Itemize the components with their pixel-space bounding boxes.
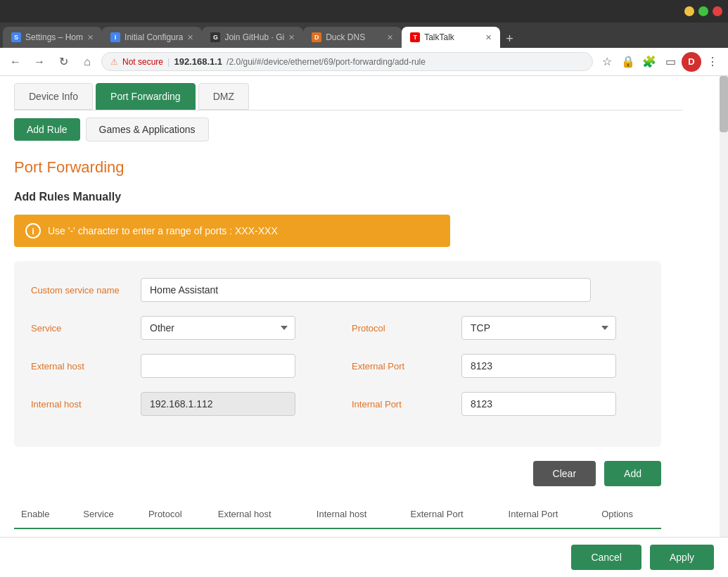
- protocol-field: Protocol TCP UDP Both: [352, 316, 644, 340]
- internal-host-field: Internal host: [31, 392, 324, 416]
- forward-button[interactable]: →: [30, 52, 49, 72]
- tab-device-info[interactable]: Device Info: [14, 83, 93, 110]
- form-action-buttons: Clear Add: [14, 461, 661, 486]
- internal-port-input[interactable]: [461, 392, 616, 416]
- internal-host-input[interactable]: [141, 392, 295, 416]
- desktop-icon[interactable]: ▭: [660, 52, 680, 72]
- toolbar-icons: ☆ 🔒 🧩 ▭ D ⋮: [597, 52, 722, 72]
- internal-host-label: Internal host: [31, 399, 129, 410]
- col-external-port: External Port: [404, 500, 502, 528]
- browser-tabs-bar: S Settings – Hom ✕ I Initial Configura ✕…: [0, 23, 728, 48]
- table-header-row: Enable Service Protocol External host In…: [14, 500, 661, 528]
- info-icon: i: [25, 223, 41, 239]
- external-host-input[interactable]: [141, 354, 295, 378]
- tab-favicon-config: I: [110, 32, 120, 42]
- tab-label-settings: Settings – Hom: [25, 32, 83, 42]
- custom-service-name-row: Custom service name: [31, 278, 644, 302]
- external-port-field: External Port: [352, 354, 644, 378]
- browser-tab-settings[interactable]: S Settings – Hom ✕: [3, 27, 102, 48]
- col-internal-host: Internal host: [309, 500, 404, 528]
- bookmark-icon[interactable]: ☆: [597, 52, 617, 72]
- external-row: External host External Port: [31, 354, 644, 378]
- tab-close-github[interactable]: ✕: [288, 33, 295, 42]
- add-button[interactable]: Add: [604, 461, 661, 486]
- tab-close-duckdns[interactable]: ✕: [387, 33, 393, 42]
- info-banner: i Use '-' character to enter a range of …: [14, 215, 450, 247]
- external-port-input[interactable]: [461, 354, 616, 378]
- form-card: Custom service name Service Other HTTP H…: [14, 261, 661, 447]
- internal-row: Internal host Internal Port: [31, 392, 644, 416]
- security-icon[interactable]: 🔒: [618, 52, 638, 72]
- add-rule-button[interactable]: Add Rule: [14, 118, 80, 141]
- bottom-bar: Cancel Apply: [0, 537, 728, 577]
- tab-label-config: Initial Configura: [124, 32, 183, 42]
- browser-tab-talktalk[interactable]: T TalkTalk ✕: [402, 27, 500, 48]
- apply-button[interactable]: Apply: [650, 545, 714, 570]
- reload-button[interactable]: ↻: [53, 52, 73, 72]
- browser-tab-duckdns[interactable]: D Duck DNS ✕: [303, 27, 402, 48]
- section-title: Add Rules Manually: [14, 191, 682, 203]
- external-host-label: External host: [31, 361, 129, 372]
- menu-icon[interactable]: ⋮: [703, 52, 722, 72]
- extension-icon[interactable]: 🧩: [639, 52, 659, 72]
- col-options: Options: [594, 500, 661, 528]
- tab-favicon-settings: S: [11, 32, 21, 42]
- service-label: Service: [31, 323, 129, 334]
- scrollbar-track[interactable]: [720, 76, 728, 577]
- internal-port-label: Internal Port: [352, 399, 450, 410]
- not-secure-label: Not secure: [122, 57, 163, 67]
- custom-service-name-label: Custom service name: [31, 285, 129, 296]
- col-service: Service: [76, 500, 141, 528]
- url-path: /2.0/gui/#/device/ethernet/69/port-forwa…: [226, 57, 426, 67]
- tab-close-settings[interactable]: ✕: [87, 33, 94, 42]
- external-host-field: External host: [31, 354, 324, 378]
- col-protocol: Protocol: [141, 500, 211, 528]
- not-secure-icon: ⚠: [110, 57, 118, 67]
- port-forwarding-table: Enable Service Protocol External host In…: [14, 500, 661, 529]
- protocol-label: Protocol: [352, 323, 450, 334]
- address-bar: ← → ↻ ⌂ ⚠ Not secure | 192.168.1.1 /2.0/…: [0, 48, 728, 76]
- home-button[interactable]: ⌂: [77, 52, 97, 72]
- clear-button[interactable]: Clear: [533, 461, 596, 486]
- custom-service-name-input[interactable]: [141, 278, 591, 302]
- tab-label-duckdns: Duck DNS: [326, 32, 365, 42]
- url-bar[interactable]: ⚠ Not secure | 192.168.1.1 /2.0/gui/#/de…: [101, 52, 593, 71]
- tab-close-talktalk[interactable]: ✕: [485, 33, 492, 42]
- col-internal-port: Internal Port: [502, 500, 595, 528]
- maximize-button[interactable]: [698, 6, 708, 16]
- service-protocol-row: Service Other HTTP HTTPS FTP SSH Protoco…: [31, 316, 644, 340]
- page-title: Port Forwarding: [14, 158, 682, 177]
- close-button[interactable]: [713, 6, 722, 16]
- new-tab-button[interactable]: +: [500, 30, 519, 48]
- tab-label-talktalk: TalkTalk: [424, 32, 454, 42]
- url-host: 192.168.1.1: [174, 56, 222, 67]
- page-content: Device Info Port Forwarding DMZ Add Rule…: [0, 76, 728, 577]
- minimize-button[interactable]: [684, 6, 694, 16]
- tab-favicon-github: G: [210, 32, 220, 42]
- internal-port-field: Internal Port: [352, 392, 644, 416]
- url-separator: |: [167, 56, 170, 67]
- browser-tab-github[interactable]: G Join GitHub · Gi ✕: [202, 27, 303, 48]
- tab-favicon-duckdns: D: [312, 32, 321, 42]
- protocol-select[interactable]: TCP UDP Both: [461, 316, 616, 340]
- tab-label-github: Join GitHub · Gi: [224, 32, 284, 42]
- info-banner-text: Use '-' character to enter a range of po…: [48, 225, 278, 236]
- external-port-label: External Port: [352, 361, 450, 372]
- service-select[interactable]: Other HTTP HTTPS FTP SSH: [141, 316, 295, 340]
- page-tabs: Device Info Port Forwarding DMZ: [14, 76, 682, 110]
- tab-dmz[interactable]: DMZ: [198, 83, 249, 110]
- back-button[interactable]: ←: [6, 52, 25, 72]
- tab-port-forwarding[interactable]: Port Forwarding: [96, 83, 196, 110]
- browser-tab-config[interactable]: I Initial Configura ✕: [102, 27, 202, 48]
- col-external-host: External host: [211, 500, 309, 528]
- tab-favicon-talktalk: T: [410, 32, 420, 42]
- col-enable: Enable: [14, 500, 76, 528]
- scrollbar-thumb[interactable]: [720, 76, 728, 132]
- action-row: Add Rule Games & Applications: [14, 118, 682, 141]
- profile-avatar[interactable]: D: [682, 52, 701, 72]
- tab-close-config[interactable]: ✕: [187, 33, 193, 42]
- games-apps-button[interactable]: Games & Applications: [86, 118, 209, 141]
- cancel-button[interactable]: Cancel: [571, 545, 641, 570]
- table-header: Enable Service Protocol External host In…: [14, 500, 661, 528]
- service-field: Service Other HTTP HTTPS FTP SSH: [31, 316, 324, 340]
